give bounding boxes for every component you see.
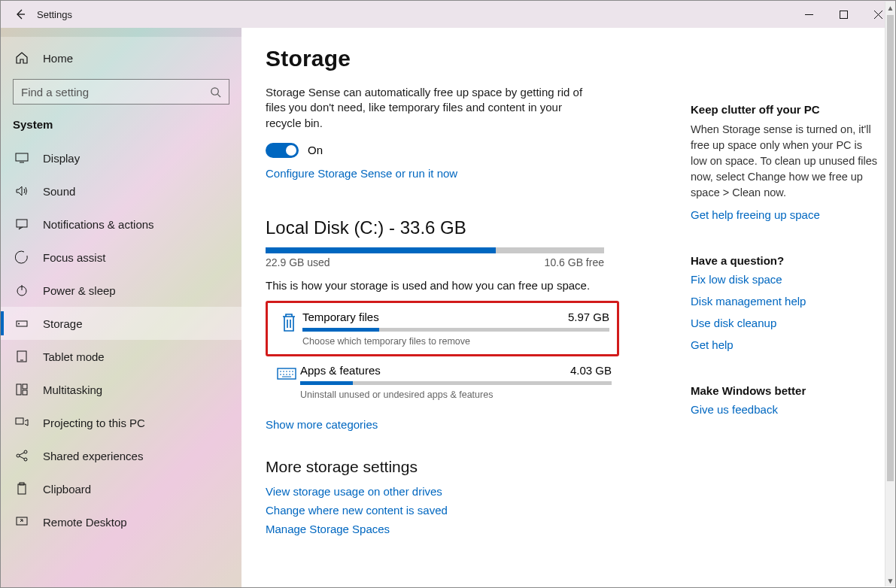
svg-point-14 bbox=[24, 458, 27, 461]
nav-sound[interactable]: Sound bbox=[1, 174, 241, 208]
close-icon bbox=[874, 11, 882, 19]
category-size: 4.03 GB bbox=[570, 364, 612, 377]
fix-low-disk-space-link[interactable]: Fix low disk space bbox=[691, 273, 879, 286]
change-content-save-location-link[interactable]: Change where new content is saved bbox=[266, 504, 448, 517]
category-size: 5.97 GB bbox=[568, 311, 609, 323]
svg-rect-11 bbox=[16, 418, 23, 424]
nav-storage[interactable]: Storage bbox=[1, 307, 241, 340]
nav-remote-desktop[interactable]: Remote Desktop bbox=[1, 505, 241, 538]
nav-shared-experiences[interactable]: Shared experiences bbox=[1, 439, 241, 472]
category-desc: Choose which temporary files to remove bbox=[302, 336, 609, 347]
search-input[interactable] bbox=[21, 86, 210, 99]
remote-desktop-icon bbox=[13, 515, 31, 529]
tablet-icon bbox=[13, 350, 31, 363]
nav-label: Display bbox=[43, 152, 80, 165]
disk-usage-bar bbox=[266, 247, 604, 253]
svg-rect-9 bbox=[23, 384, 27, 389]
nav-label: Remote Desktop bbox=[43, 516, 127, 529]
nav-label: Power & sleep bbox=[43, 284, 116, 297]
configure-storage-sense-link[interactable]: Configure Storage Sense or run it now bbox=[266, 167, 457, 180]
nav-clipboard[interactable]: Clipboard bbox=[1, 472, 241, 505]
scroll-down-arrow-icon[interactable]: ▼ bbox=[885, 574, 895, 586]
storage-sense-toggle[interactable] bbox=[266, 143, 299, 158]
shared-icon bbox=[13, 449, 31, 462]
nav-tablet-mode[interactable]: Tablet mode bbox=[1, 340, 241, 373]
disk-free-label: 10.6 GB free bbox=[545, 256, 604, 268]
search-icon bbox=[210, 86, 221, 98]
have-question-heading: Have a question? bbox=[691, 254, 879, 267]
use-disk-cleanup-link[interactable]: Use disk cleanup bbox=[691, 317, 879, 329]
home-label: Home bbox=[43, 52, 73, 65]
nav-notifications[interactable]: Notifications & actions bbox=[1, 208, 241, 241]
page-title: Storage bbox=[266, 46, 667, 71]
svg-rect-10 bbox=[23, 390, 27, 395]
svg-rect-0 bbox=[840, 11, 847, 18]
make-windows-better-heading: Make Windows better bbox=[691, 384, 879, 397]
window-controls bbox=[791, 1, 895, 28]
nav-label: Multitasking bbox=[43, 383, 102, 396]
notifications-icon bbox=[13, 217, 31, 231]
svg-rect-8 bbox=[17, 384, 21, 395]
minimize-button[interactable] bbox=[791, 1, 826, 28]
disk-used-label: 22.9 GB used bbox=[266, 256, 330, 268]
nav-label: Storage bbox=[43, 317, 83, 330]
category-bar bbox=[302, 328, 609, 332]
disk-management-help-link[interactable]: Disk management help bbox=[691, 295, 879, 308]
keep-clutter-heading: Keep clutter off your PC bbox=[691, 103, 879, 116]
nav-label: Notifications & actions bbox=[43, 218, 154, 231]
nav-label: Projecting to this PC bbox=[43, 417, 145, 429]
category-desc: Uninstall unused or undesired apps & fea… bbox=[300, 389, 612, 400]
nav-power-sleep[interactable]: Power & sleep bbox=[1, 274, 241, 307]
more-storage-settings-heading: More storage settings bbox=[266, 458, 667, 476]
svg-rect-2 bbox=[16, 153, 28, 161]
get-help-freeing-space-link[interactable]: Get help freeing up space bbox=[691, 208, 879, 221]
nav-label: Clipboard bbox=[43, 483, 91, 496]
sound-icon bbox=[13, 184, 31, 198]
nav-multitasking[interactable]: Multitasking bbox=[1, 373, 241, 406]
svg-rect-18 bbox=[278, 368, 296, 379]
nav-label: Shared experiences bbox=[43, 450, 143, 462]
get-help-link[interactable]: Get help bbox=[691, 338, 879, 351]
minimize-icon bbox=[805, 11, 813, 19]
nav-projecting[interactable]: Projecting to this PC bbox=[1, 406, 241, 439]
nav-focus-assist[interactable]: Focus assist bbox=[1, 241, 241, 274]
svg-point-12 bbox=[17, 454, 20, 457]
back-button[interactable] bbox=[7, 1, 34, 28]
svg-rect-3 bbox=[17, 220, 27, 227]
category-apps-features[interactable]: Apps & features4.03 GB Uninstall unused … bbox=[266, 356, 619, 408]
category-name: Temporary files bbox=[302, 311, 379, 323]
nav-label: Sound bbox=[43, 185, 75, 198]
storage-sense-description: Storage Sense can automatically free up … bbox=[266, 85, 597, 131]
trash-icon bbox=[275, 311, 302, 333]
nav-display[interactable]: Display bbox=[1, 141, 241, 174]
home-nav[interactable]: Home bbox=[1, 43, 241, 73]
power-icon bbox=[13, 283, 31, 297]
disk-subtext: This is how your storage is used and how… bbox=[266, 279, 667, 292]
maximize-button[interactable] bbox=[826, 1, 861, 28]
home-icon bbox=[13, 51, 31, 65]
category-temporary-files[interactable]: Temporary files5.97 GB Choose which temp… bbox=[266, 301, 619, 356]
show-more-categories-link[interactable]: Show more categories bbox=[266, 418, 378, 431]
svg-rect-17 bbox=[17, 517, 27, 525]
sidebar: Home System Display Sound bbox=[1, 28, 241, 587]
main-area: Storage Storage Sense can automatically … bbox=[241, 28, 895, 587]
sidebar-group-system: System bbox=[1, 112, 241, 141]
manage-storage-spaces-link[interactable]: Manage Storage Spaces bbox=[266, 523, 390, 535]
settings-window: Settings Home System bbox=[0, 0, 896, 588]
storage-icon bbox=[13, 317, 31, 330]
svg-point-1 bbox=[211, 87, 218, 94]
display-icon bbox=[13, 151, 31, 165]
search-box[interactable] bbox=[13, 79, 229, 105]
nav-label: Tablet mode bbox=[43, 350, 105, 363]
scrollbar-thumb[interactable] bbox=[887, 28, 894, 481]
svg-point-13 bbox=[24, 450, 27, 453]
titlebar: Settings bbox=[1, 1, 895, 28]
give-feedback-link[interactable]: Give us feedback bbox=[691, 403, 879, 416]
scrollbar[interactable]: ▲ ▼ bbox=[885, 28, 895, 586]
view-storage-other-drives-link[interactable]: View storage usage on other drives bbox=[266, 485, 442, 498]
right-column: Keep clutter off your PC When Storage se… bbox=[691, 28, 895, 587]
category-name: Apps & features bbox=[300, 364, 381, 377]
disk-heading: Local Disk (C:) - 33.6 GB bbox=[266, 217, 667, 238]
category-bar bbox=[300, 381, 612, 385]
multitasking-icon bbox=[13, 383, 31, 396]
